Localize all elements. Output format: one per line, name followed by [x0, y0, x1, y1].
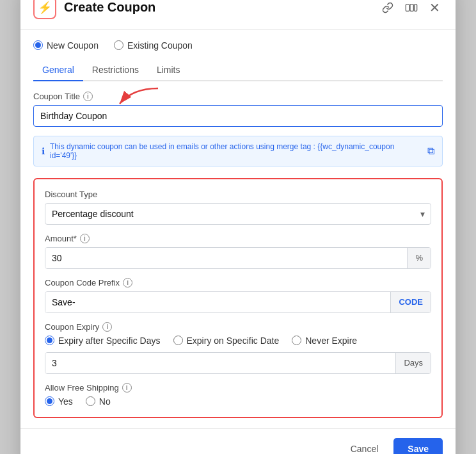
existing-coupon-radio[interactable]: Existing Coupon — [114, 40, 193, 51]
tab-limits[interactable]: Limits — [148, 60, 189, 81]
coupon-code-prefix-input[interactable] — [45, 292, 390, 312]
link-icon-button[interactable] — [379, 0, 396, 16]
free-shipping-info-icon: i — [122, 383, 132, 393]
never-expire-radio[interactable]: Never Expire — [292, 336, 357, 346]
settings-icon-button[interactable] — [402, 0, 420, 16]
amount-label: Amount* i — [45, 234, 431, 243]
info-banner: ℹ This dynamic coupon can be used in ema… — [33, 136, 443, 166]
modal-footer: Cancel Save — [20, 428, 456, 455]
coupon-expiry-days-input[interactable] — [45, 353, 395, 373]
svg-rect-0 — [406, 4, 409, 11]
svg-rect-2 — [415, 4, 417, 11]
modal-body: New Coupon Existing Coupon General Restr… — [20, 30, 456, 428]
amount-field: Amount* i % — [45, 234, 431, 269]
new-coupon-radio[interactable]: New Coupon — [33, 40, 99, 51]
free-shipping-options: Yes No — [45, 396, 431, 407]
coupon-settings-section: Discount Type Percentage discount Fixed … — [33, 178, 443, 418]
coupon-code-prefix-field: Coupon Code Prefix i CODE — [45, 278, 431, 313]
coupon-code-prefix-info-icon: i — [123, 278, 132, 288]
amount-input-wrapper: % — [45, 247, 431, 269]
svg-rect-1 — [410, 4, 413, 11]
modal-header: ⚡ Create Coupon ✕ — [20, 0, 456, 30]
discount-type-field: Discount Type Percentage discount Fixed … — [45, 190, 431, 225]
amount-info-icon: i — [80, 234, 90, 243]
tab-general[interactable]: General — [33, 60, 83, 81]
expiry-specific-days-radio[interactable]: Expiry after Specific Days — [45, 336, 161, 346]
code-suffix-button[interactable]: CODE — [390, 292, 431, 312]
days-suffix: Days — [395, 353, 431, 373]
coupon-type-row: New Coupon Existing Coupon — [33, 40, 443, 51]
free-shipping-no-radio[interactable]: No — [86, 396, 111, 407]
expiry-specific-date-radio[interactable]: Expiry on Specific Date — [173, 336, 280, 346]
cancel-button[interactable]: Cancel — [342, 439, 388, 455]
coupon-title-field: Coupon Title i — [33, 92, 443, 127]
tab-restrictions[interactable]: Restrictions — [83, 60, 148, 81]
tab-bar: General Restrictions Limits — [33, 60, 443, 81]
create-coupon-modal: ⚡ Create Coupon ✕ New Coupon Exist — [20, 0, 456, 454]
copy-icon[interactable]: ⧉ — [427, 145, 434, 157]
coupon-title-input-container — [33, 105, 443, 127]
coupon-expiry-days-wrapper: Days — [45, 352, 431, 374]
coupon-expiry-label: Coupon Expiry i — [45, 322, 431, 332]
info-banner-icon: ℹ — [42, 146, 45, 156]
discount-type-label: Discount Type — [45, 190, 431, 199]
free-shipping-field: Allow Free Shipping i Yes No — [45, 383, 431, 407]
header-actions: ✕ — [379, 0, 443, 18]
amount-suffix: % — [407, 248, 431, 268]
save-button[interactable]: Save — [393, 438, 443, 455]
discount-type-select[interactable]: Percentage discount Fixed cart discount … — [45, 203, 431, 225]
amount-input[interactable] — [45, 248, 407, 268]
discount-type-select-wrapper: Percentage discount Fixed cart discount … — [45, 203, 431, 225]
coupon-icon: ⚡ — [33, 0, 56, 19]
close-button[interactable]: ✕ — [427, 0, 443, 18]
coupon-expiry-options: Expiry after Specific Days Expiry on Spe… — [45, 336, 431, 346]
coupon-expiry-info-icon: i — [102, 322, 112, 332]
modal-title: Create Coupon — [64, 0, 372, 15]
coupon-expiry-field: Coupon Expiry i Expiry after Specific Da… — [45, 322, 431, 374]
free-shipping-label: Allow Free Shipping i — [45, 383, 431, 393]
coupon-title-label: Coupon Title i — [33, 92, 443, 101]
free-shipping-yes-radio[interactable]: Yes — [45, 396, 73, 407]
coupon-code-prefix-label: Coupon Code Prefix i — [45, 278, 431, 288]
coupon-title-info-icon: i — [83, 92, 93, 101]
coupon-code-prefix-input-wrapper: CODE — [45, 291, 431, 313]
coupon-title-input[interactable] — [33, 105, 443, 127]
